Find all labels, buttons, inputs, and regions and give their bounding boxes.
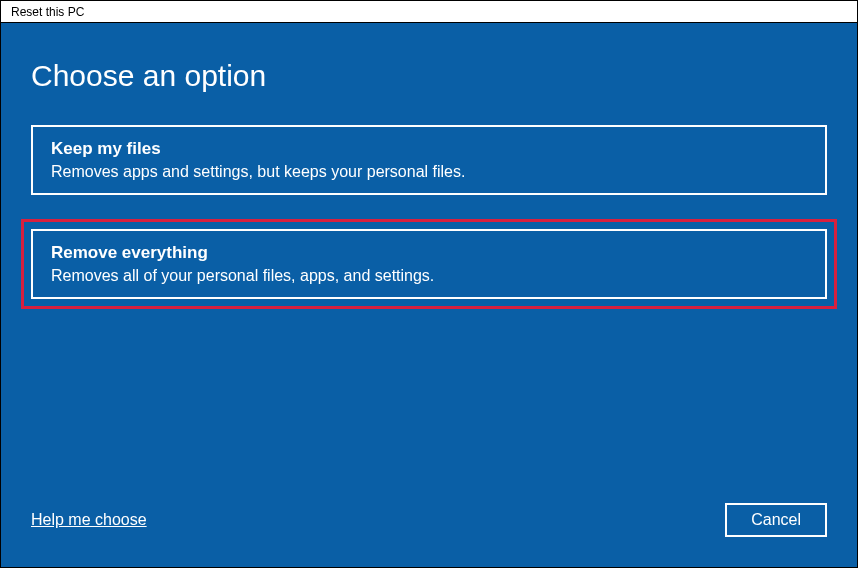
- reset-pc-window: Reset this PC Choose an option Keep my f…: [0, 0, 858, 568]
- window-titlebar: Reset this PC: [1, 1, 857, 23]
- option-title: Keep my files: [51, 139, 807, 159]
- cancel-button[interactable]: Cancel: [725, 503, 827, 537]
- help-me-choose-link[interactable]: Help me choose: [31, 511, 147, 529]
- option-description: Removes apps and settings, but keeps you…: [51, 163, 807, 181]
- highlight-frame: Remove everything Removes all of your pe…: [21, 219, 837, 309]
- option-description: Removes all of your personal files, apps…: [51, 267, 807, 285]
- dialog-content: Choose an option Keep my files Removes a…: [1, 23, 857, 567]
- option-title: Remove everything: [51, 243, 807, 263]
- dialog-footer: Help me choose Cancel: [31, 503, 827, 537]
- window-title: Reset this PC: [11, 5, 84, 19]
- dialog-heading: Choose an option: [31, 59, 827, 93]
- option-keep-my-files[interactable]: Keep my files Removes apps and settings,…: [31, 125, 827, 195]
- option-remove-everything[interactable]: Remove everything Removes all of your pe…: [31, 229, 827, 299]
